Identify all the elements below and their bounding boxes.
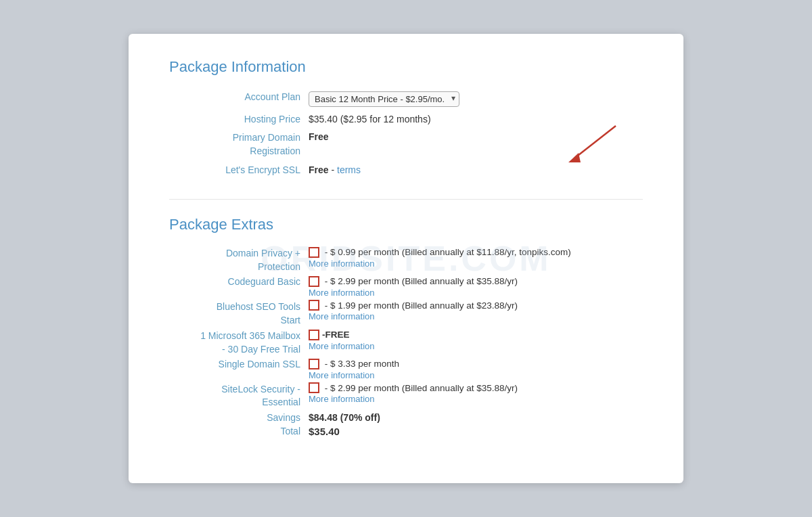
total-amount: $35.40 <box>309 426 340 437</box>
section-divider <box>169 199 643 200</box>
seo-tools-value: - $ 1.99 per month (Billed annually at $… <box>304 299 643 328</box>
main-card: ORIDSITE.COM Package Information Account… <box>129 34 683 483</box>
seo-tools-label: Bluehost SEO ToolsStart <box>169 299 304 328</box>
microsoft-more-info[interactable]: More information <box>309 341 639 351</box>
total-label: Total <box>169 424 304 439</box>
microsoft-value: -FREE More information <box>304 328 643 357</box>
single-ssl-label: Single Domain SSL <box>169 357 304 381</box>
sitelock-label: SiteLock Security -Essential <box>169 382 304 411</box>
codeguard-more-info[interactable]: More information <box>309 288 639 298</box>
domain-privacy-row: Domain Privacy +Protection - $ 0.99 per … <box>169 246 643 275</box>
ssl-terms-link[interactable]: terms <box>337 164 361 175</box>
sitelock-value: - $ 2.99 per month (Billed annually at $… <box>304 382 643 411</box>
total-value: $35.40 <box>304 424 643 439</box>
account-plan-select-wrap[interactable]: Basic 12 Month Price - $2.95/mo. <box>309 91 459 107</box>
svg-line-0 <box>575 126 616 158</box>
codeguard-desc: - $ 2.99 per month (Billed annually at $… <box>325 276 518 286</box>
sitelock-checkbox[interactable] <box>309 382 319 393</box>
ssl-label: Let's Encrypt SSL <box>169 161 304 179</box>
microsoft-row: 1 Microsoft 365 Mailbox- 30 Day Free Tri… <box>169 328 643 357</box>
seo-tools-desc: - $ 1.99 per month (Billed annually at $… <box>325 300 518 311</box>
codeguard-row: Codeguard Basic - $ 2.99 per month (Bill… <box>169 275 643 298</box>
package-info-title: Package Information <box>169 58 643 76</box>
seo-tools-checkbox[interactable] <box>309 300 319 311</box>
microsoft-label: 1 Microsoft 365 Mailbox- 30 Day Free Tri… <box>169 328 304 357</box>
total-row: Total $35.40 <box>169 424 643 439</box>
single-ssl-more-info[interactable]: More information <box>309 370 639 380</box>
account-plan-select[interactable]: Basic 12 Month Price - $2.95/mo. <box>309 91 459 107</box>
ssl-dash: - <box>331 164 337 175</box>
primary-domain-label: Primary DomainRegistration <box>169 128 304 161</box>
single-ssl-checkbox[interactable] <box>309 359 319 369</box>
account-plan-label: Account Plan <box>169 88 304 110</box>
ssl-free-text: Free <box>309 164 329 175</box>
domain-privacy-desc: - $ 0.99 per month (Billed annually at $… <box>325 247 571 257</box>
codeguard-checkbox[interactable] <box>309 276 319 287</box>
hosting-price-label: Hosting Price <box>169 110 304 128</box>
microsoft-checkbox[interactable] <box>309 330 319 340</box>
domain-privacy-label: Domain Privacy +Protection <box>169 246 304 275</box>
account-plan-row: Account Plan Basic 12 Month Price - $2.9… <box>169 88 643 110</box>
single-ssl-desc: - $ 3.33 per month <box>325 359 399 369</box>
savings-row: Savings $84.48 (70% off) <box>169 411 643 424</box>
price-arrow-annotation <box>555 120 609 161</box>
savings-value: $84.48 (70% off) <box>304 411 643 424</box>
seo-tools-row: Bluehost SEO ToolsStart - $ 1.99 per mon… <box>169 299 643 328</box>
single-ssl-value: - $ 3.33 per month More information <box>304 357 643 381</box>
account-plan-value: Basic 12 Month Price - $2.95/mo. <box>304 88 643 110</box>
savings-label: Savings <box>169 411 304 424</box>
seo-tools-more-info[interactable]: More information <box>309 311 639 321</box>
sitelock-more-info[interactable]: More information <box>309 394 639 404</box>
svg-marker-1 <box>568 153 581 162</box>
domain-privacy-checkbox[interactable] <box>309 247 319 258</box>
package-extras-section: Package Extras Domain Privacy +Protectio… <box>169 216 643 439</box>
sitelock-row: SiteLock Security -Essential - $ 2.99 pe… <box>169 382 643 411</box>
package-extras-table: Domain Privacy +Protection - $ 0.99 per … <box>169 246 643 439</box>
package-extras-title: Package Extras <box>169 216 643 233</box>
single-ssl-row: Single Domain SSL - $ 3.33 per month Mor… <box>169 357 643 381</box>
codeguard-value: - $ 2.99 per month (Billed annually at $… <box>304 275 643 298</box>
domain-privacy-value: - $ 0.99 per month (Billed annually at $… <box>304 246 643 275</box>
primary-domain-text: Free <box>309 131 329 142</box>
microsoft-free-badge: -FREE <box>322 330 350 340</box>
savings-amount: $84.48 (70% off) <box>309 412 380 423</box>
sitelock-desc: - $ 2.99 per month (Billed annually at $… <box>325 383 518 393</box>
codeguard-label: Codeguard Basic <box>169 275 304 298</box>
domain-privacy-more-info[interactable]: More information <box>309 258 639 269</box>
